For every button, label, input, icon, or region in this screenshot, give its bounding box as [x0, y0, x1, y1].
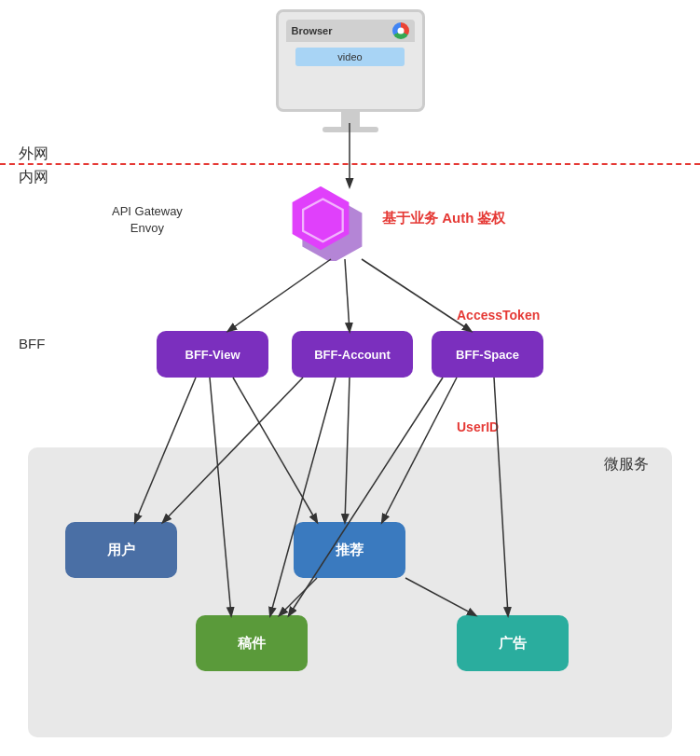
- network-divider-line: [0, 163, 700, 165]
- browser-label: Browser: [292, 25, 333, 36]
- micro-label: 微服务: [604, 455, 649, 474]
- access-token-label: AccessToken: [457, 308, 540, 323]
- api-gateway-label: API Gateway Envoy: [112, 203, 183, 237]
- bff-account-box: BFF-Account: [292, 331, 413, 378]
- ms-ad-box: 广告: [457, 615, 569, 671]
- monitor-base: [323, 127, 378, 132]
- monitor-area: Browser video: [276, 9, 425, 132]
- svg-line-5: [345, 259, 350, 331]
- bff-view-box: BFF-View: [157, 331, 268, 378]
- bff-space-box: BFF-Space: [432, 331, 543, 378]
- user-id-label: UserID: [457, 419, 499, 434]
- nei-wang-label: 内网: [19, 168, 48, 187]
- ms-recommend-box: 推荐: [294, 522, 405, 578]
- svg-line-4: [228, 259, 331, 331]
- ms-draft-box: 稿件: [196, 615, 308, 671]
- envoy-hex-svg: [289, 186, 364, 261]
- svg-line-6: [362, 259, 471, 331]
- ms-user-box: 用户: [65, 522, 177, 578]
- wai-wang-label: 外网: [19, 144, 48, 164]
- bff-label: BFF: [19, 336, 45, 351]
- video-box: video: [295, 48, 405, 66]
- chrome-icon: [392, 22, 409, 39]
- monitor-stand: [341, 110, 360, 127]
- envoy-logo: [289, 186, 364, 261]
- browser-bar: Browser: [286, 20, 415, 42]
- micro-services-area: [28, 447, 672, 737]
- auth-label: 基于业务 Auth 鉴权: [382, 210, 506, 227]
- monitor: Browser video: [276, 9, 425, 112]
- diagram-container: Browser video 外网 内网 API Gateway Envoy: [0, 0, 700, 756]
